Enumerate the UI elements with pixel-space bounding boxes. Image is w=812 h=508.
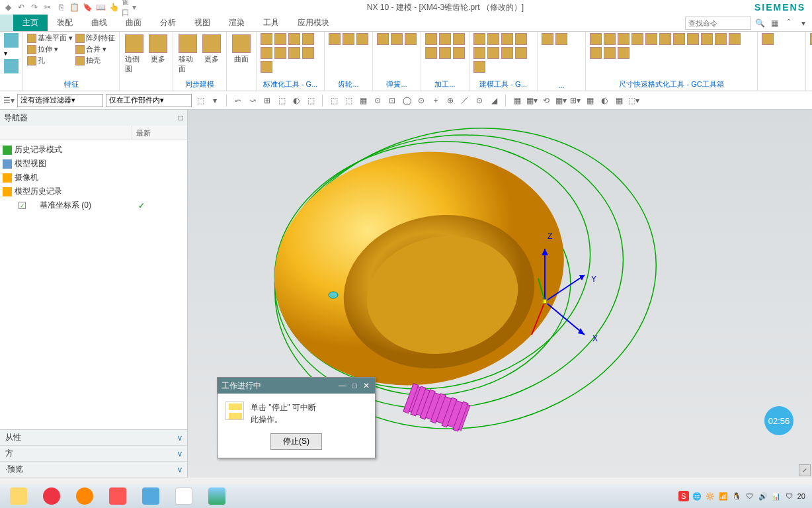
tray-icon[interactable]: 🔊 — [758, 491, 768, 501]
sel-icon[interactable]: ◯ — [401, 95, 413, 106]
rib-tool[interactable] — [391, 33, 403, 45]
tree-datum-csys[interactable]: ✓基准坐标系 (0)✓ — [0, 198, 187, 212]
rib-tool[interactable] — [487, 33, 499, 45]
rib-tool[interactable] — [515, 47, 527, 59]
menu-tab-6[interactable]: 渲染 — [220, 15, 254, 31]
rib-tool[interactable] — [473, 61, 485, 73]
sel-icon[interactable]: ／ — [459, 95, 471, 106]
sel-icon[interactable]: + — [430, 95, 442, 106]
sel-icon[interactable]: ▦ — [613, 95, 625, 106]
rib-surf[interactable]: 曲面 — [231, 33, 252, 65]
redo-icon[interactable]: ↷ — [29, 2, 40, 13]
panel-collapse-icon[interactable]: □ — [179, 113, 183, 122]
sel-icon[interactable]: ⬚ — [328, 95, 340, 106]
rib-tool[interactable] — [631, 33, 643, 45]
sel-icon[interactable]: ⬚▾ — [628, 95, 639, 106]
rib-tool[interactable] — [473, 33, 485, 45]
preview-panel[interactable]: ·预览v — [0, 462, 187, 478]
copy-icon[interactable]: ⎘ — [56, 2, 66, 13]
tree-camera[interactable]: 摄像机 — [0, 171, 187, 185]
sel-icon[interactable]: ⤻ — [247, 95, 259, 106]
sel-icon[interactable]: ⊙ — [473, 95, 485, 106]
rib-tool[interactable] — [590, 33, 602, 45]
rib-more[interactable]: 更多 — [201, 33, 222, 65]
cut-icon[interactable]: ✂ — [42, 2, 53, 13]
sel-icon[interactable]: ◐ — [598, 95, 610, 106]
rib-tool[interactable] — [473, 47, 485, 59]
sel-icon[interactable]: ⊕ — [444, 95, 456, 106]
sel-icon[interactable]: ▦▾ — [526, 95, 538, 106]
feat-hole[interactable]: 孔 — [27, 56, 73, 65]
feat-extrude[interactable]: 拉伸 ▾ — [27, 44, 73, 54]
menu-tab-7[interactable]: 工具 — [254, 15, 288, 31]
feat-pattern[interactable]: 阵列特征 — [75, 33, 115, 43]
sel-icon[interactable]: ⬚ — [276, 95, 288, 106]
rib-tool[interactable] — [542, 33, 553, 45]
tray-icon[interactable]: 🛡 — [784, 491, 795, 501]
rib-tool[interactable] — [343, 33, 354, 45]
tray-icon[interactable]: 🔆 — [705, 491, 715, 501]
tray-icon[interactable]: 📶 — [718, 491, 729, 501]
status-corner-icon[interactable]: ⤢ — [799, 464, 811, 476]
rib-tool[interactable] — [645, 33, 657, 45]
rib-tool[interactable] — [515, 33, 527, 45]
undo-icon[interactable]: ↶ — [16, 2, 26, 13]
menu-tab-0[interactable]: 主页 — [13, 15, 48, 31]
menu-tab-8[interactable]: 应用模块 — [288, 15, 339, 31]
sel-icon[interactable]: ▦▾ — [555, 95, 567, 106]
rib-tool[interactable] — [288, 47, 300, 59]
menu-tab-4[interactable]: 分析 — [151, 15, 185, 31]
feat-union[interactable]: 合并 ▾ — [75, 44, 115, 54]
taskbar-app-pdf[interactable] — [102, 486, 134, 507]
menu-tab-2[interactable]: 曲线 — [82, 15, 116, 31]
help-icon[interactable]: ˆ — [783, 17, 795, 29]
sel-icon[interactable]: ◢ — [488, 95, 500, 106]
rib-tool[interactable] — [673, 33, 685, 45]
sel-icon[interactable]: ⊞ — [261, 95, 273, 106]
rib-tool[interactable] — [687, 33, 699, 45]
close-icon[interactable]: ✕ — [362, 381, 371, 390]
dialog-title-bar[interactable]: 工作进行中 — □ ✕ — [218, 378, 375, 394]
rib-tool[interactable] — [302, 33, 314, 45]
sel-icon[interactable]: ▾ — [209, 95, 221, 106]
nx-icon[interactable]: ◆ — [3, 2, 13, 13]
rib-tool[interactable] — [501, 47, 513, 59]
ime-icon[interactable]: S — [678, 491, 689, 501]
rib-tool[interactable] — [261, 33, 272, 45]
rib-tool[interactable] — [425, 47, 437, 59]
taskbar-app-firefox[interactable] — [69, 486, 101, 507]
layout-icon[interactable]: ▦ — [768, 17, 780, 29]
tree-history-mode[interactable]: 历史记录模式 — [0, 143, 187, 157]
rib-tool[interactable] — [377, 33, 389, 45]
rib-tool[interactable] — [274, 47, 286, 59]
sel-icon[interactable]: ▦ — [584, 95, 596, 106]
sel-icon[interactable]: ⬚ — [305, 95, 317, 106]
sel-icon[interactable]: ▦ — [357, 95, 369, 106]
tray-icon[interactable]: 🐧 — [731, 491, 742, 501]
rib-tool[interactable] — [439, 47, 451, 59]
details-panel[interactable]: 方v — [0, 446, 187, 462]
sel-icon[interactable]: ⬚ — [343, 95, 354, 106]
menu-tab-1[interactable]: 装配 — [48, 15, 82, 31]
window-menu[interactable]: 窗口 ▾ — [122, 2, 136, 13]
sel-icon[interactable]: ⊞▾ — [569, 95, 581, 106]
rib-tool[interactable] — [501, 33, 513, 45]
sel-icon[interactable]: ⤺ — [232, 95, 244, 106]
file-tab[interactable] — [0, 15, 13, 31]
command-search-input[interactable] — [685, 17, 751, 30]
rib-moveface[interactable]: 移动面 — [177, 33, 198, 75]
rib-tool[interactable] — [356, 33, 368, 45]
tray-icon[interactable]: 📊 — [771, 491, 782, 501]
sel-icon[interactable]: ◐ — [290, 95, 302, 106]
tray-icon[interactable]: 🌐 — [692, 491, 702, 501]
sel-icon[interactable]: ▦ — [511, 95, 523, 106]
feat-plane[interactable]: 基准平面 ▾ — [27, 33, 73, 43]
tree-model-view[interactable]: 模型视图 — [0, 157, 187, 171]
dropdown-icon[interactable]: ▾ — [797, 17, 809, 29]
rib-tool[interactable] — [453, 33, 465, 45]
rib-tool[interactable] — [729, 33, 741, 45]
rib-tool[interactable] — [659, 33, 671, 45]
rib-tool[interactable] — [329, 33, 341, 45]
stop-button[interactable]: 停止(S) — [270, 433, 322, 450]
rib-tool[interactable] — [288, 33, 300, 45]
